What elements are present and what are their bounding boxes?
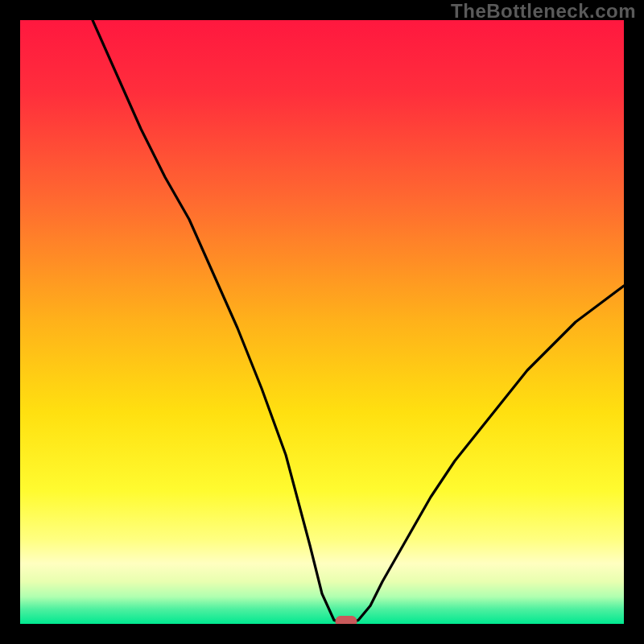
watermark-text: TheBottleneck.com — [451, 0, 636, 23]
gradient-background — [20, 20, 624, 624]
plot-area — [20, 20, 624, 624]
chart-frame: TheBottleneck.com — [0, 0, 644, 644]
optimum-marker — [336, 617, 357, 625]
chart-svg — [20, 20, 624, 624]
